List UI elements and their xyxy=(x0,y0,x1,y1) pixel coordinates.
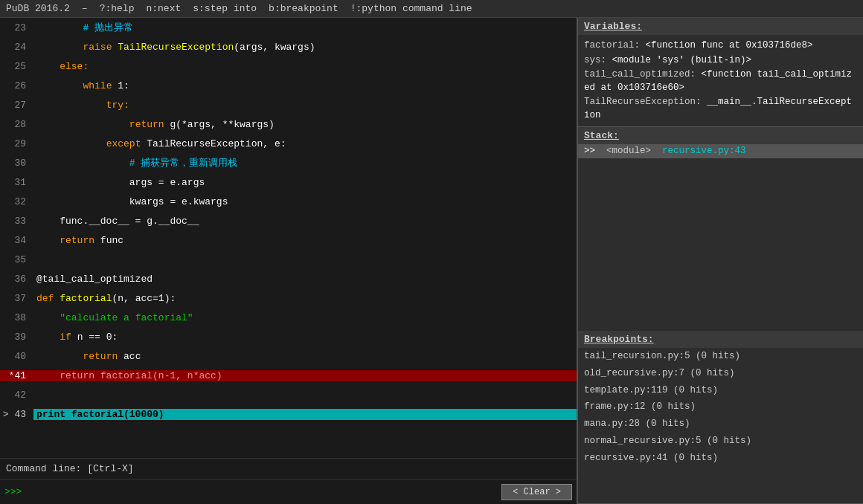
main-layout: 23 # 抛出异常 24 raise TailRecurseException(… xyxy=(0,18,863,504)
line-number: 32 xyxy=(0,196,33,207)
line-number: 39 xyxy=(0,332,33,343)
table-row: 31 args = e.args xyxy=(0,172,577,192)
line-content: try: xyxy=(33,100,577,111)
table-row: 32 kwargs = e.kwargs xyxy=(0,192,577,211)
line-number-pointer: > 43 xyxy=(0,409,33,420)
line-number: 34 xyxy=(0,235,33,246)
menu-item-breakpoint[interactable]: b:breakpoint xyxy=(269,3,339,14)
line-content: # 捕获异常，重新调用栈 xyxy=(33,156,577,169)
menu-item-next[interactable]: n:next xyxy=(146,3,181,14)
line-number: 38 xyxy=(0,312,33,323)
line-content: return func xyxy=(33,235,577,246)
console-prompt: >>> xyxy=(4,486,22,497)
stack-section: Stack: >> <module> recursive.py:43 xyxy=(578,127,863,158)
line-content: "calculate a factorial" xyxy=(33,312,577,323)
line-content: args = e.args xyxy=(33,177,577,188)
stack-spacer xyxy=(578,158,863,331)
menu-bar: PuDB 2016.2 – ?:help n:next s:step into … xyxy=(0,0,863,18)
line-number: 26 xyxy=(0,80,33,91)
line-number: 42 xyxy=(0,390,33,401)
line-content: return acc xyxy=(33,351,577,362)
list-item[interactable]: template.py:119 (0 hits) xyxy=(578,382,863,399)
table-row: 29 except TailRecurseException, e: xyxy=(0,134,577,153)
right-panel: Variables: factorial: <function func at … xyxy=(577,18,863,504)
line-content: else: xyxy=(33,61,577,72)
list-item[interactable]: frame.py:12 (0 hits) xyxy=(578,398,863,416)
line-number: 35 xyxy=(0,254,33,265)
menu-item-python[interactable]: !:python command line xyxy=(350,3,472,14)
table-row: 24 raise TailRecurseException(args, kwar… xyxy=(0,37,577,56)
line-number: 30 xyxy=(0,158,33,169)
table-row: 33 func.__doc__ = g.__doc__ xyxy=(0,211,577,230)
variables-title: Variables: xyxy=(578,18,863,35)
table-row: 35 xyxy=(0,250,577,269)
line-content: func.__doc__ = g.__doc__ xyxy=(33,216,577,227)
list-item: tail_call_optimized: <function tail_call… xyxy=(584,68,857,94)
line-number: 27 xyxy=(0,100,33,111)
line-number: *41 xyxy=(0,370,33,381)
line-number: 31 xyxy=(0,177,33,188)
line-number: 40 xyxy=(0,351,33,362)
line-number: 36 xyxy=(0,274,33,285)
line-number: 29 xyxy=(0,138,33,149)
command-line-bar: Command line: [Ctrl-X] xyxy=(0,458,577,479)
line-content: return factorial(n-1, n*acc) xyxy=(33,370,577,381)
line-content: kwargs = e.kwargs xyxy=(33,196,577,207)
breakpoints-title: Breakpoints: xyxy=(578,331,863,348)
table-row: 26 while 1: xyxy=(0,76,577,95)
app-title: PuDB 2016.2 xyxy=(6,3,70,14)
menu-item-step[interactable]: s:step into xyxy=(193,3,257,14)
variables-section: Variables: factorial: <function func at … xyxy=(578,18,863,127)
table-row-current: > 43 print factorial(10000) xyxy=(0,404,577,424)
table-row: 37 def factorial(n, acc=1): xyxy=(0,288,577,308)
left-panel: 23 # 抛出异常 24 raise TailRecurseException(… xyxy=(0,18,577,504)
list-item: TailRecurseException: __main__.TailRecur… xyxy=(584,96,857,122)
stack-title: Stack: xyxy=(578,127,863,144)
table-row: 23 # 抛出异常 xyxy=(0,18,577,37)
line-number: 37 xyxy=(0,293,33,304)
line-content: if n == 0: xyxy=(33,332,577,343)
variables-content: factorial: <function func at 0x103716de8… xyxy=(578,35,863,126)
line-number: 24 xyxy=(0,42,33,53)
line-content: while 1: xyxy=(33,80,577,91)
breakpoints-section: Breakpoints: tail_recursion.py:5 (0 hits… xyxy=(578,331,863,504)
line-content: def factorial(n, acc=1): xyxy=(33,293,577,304)
list-item[interactable]: old_recursive.py:7 (0 hits) xyxy=(578,365,863,382)
menu-item-help[interactable]: – xyxy=(82,3,88,14)
bottom-console-row: >>> < Clear > xyxy=(0,479,577,504)
list-item[interactable]: >> <module> recursive.py:43 xyxy=(578,144,863,158)
line-content: return g(*args, **kwargs) xyxy=(33,119,577,130)
table-row-breakpoint: *41 return factorial(n-1, n*acc) xyxy=(0,366,577,385)
code-lines: 23 # 抛出异常 24 raise TailRecurseException(… xyxy=(0,18,577,424)
line-number: 33 xyxy=(0,216,33,227)
list-item[interactable]: tail_recursion.py:5 (0 hits) xyxy=(578,348,863,365)
table-row: 30 # 捕获异常，重新调用栈 xyxy=(0,153,577,172)
table-row: 42 xyxy=(0,385,577,404)
line-content: @tail_call_optimized xyxy=(33,274,577,285)
code-area[interactable]: 23 # 抛出异常 24 raise TailRecurseException(… xyxy=(0,18,577,458)
list-item[interactable]: normal_recursive.py:5 (0 hits) xyxy=(578,433,863,450)
list-item[interactable]: recursive.py:41 (0 hits) xyxy=(578,450,863,467)
line-number: 23 xyxy=(0,22,33,33)
table-row: 25 else: xyxy=(0,56,577,76)
line-content: raise TailRecurseException(args, kwargs) xyxy=(33,42,577,53)
list-item[interactable]: mana.py:28 (0 hits) xyxy=(578,416,863,433)
clear-button[interactable]: < Clear > xyxy=(501,484,572,500)
list-item: factorial: <function func at 0x103716de8… xyxy=(584,39,857,53)
table-row: 34 return func xyxy=(0,230,577,250)
table-row: 38 "calculate a factorial" xyxy=(0,308,577,327)
table-row: 28 return g(*args, **kwargs) xyxy=(0,114,577,134)
table-row: 40 return acc xyxy=(0,346,577,366)
table-row: 27 try: xyxy=(0,95,577,114)
table-row: 36 @tail_call_optimized xyxy=(0,269,577,288)
table-row: 39 if n == 0: xyxy=(0,327,577,346)
menu-item-help-label[interactable]: ?:help xyxy=(100,3,135,14)
line-content-current: print factorial(10000) xyxy=(33,409,577,420)
line-content: except TailRecurseException, e: xyxy=(33,138,577,149)
line-number: 25 xyxy=(0,61,33,72)
command-line-label: Command line: [Ctrl-X] xyxy=(6,463,134,474)
line-number: 28 xyxy=(0,119,33,130)
list-item: sys: <module 'sys' (built-in)> xyxy=(584,54,857,68)
line-content: # 抛出异常 xyxy=(33,21,577,34)
